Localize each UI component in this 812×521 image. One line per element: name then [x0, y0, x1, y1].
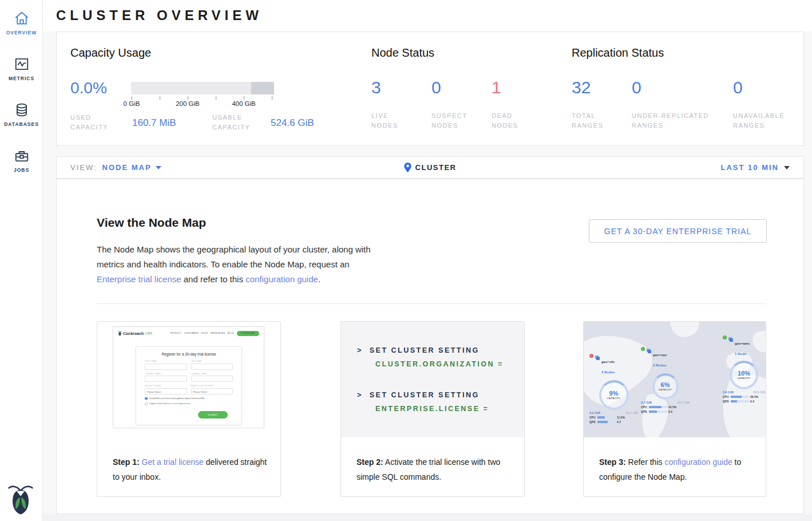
- sidebar-item-metrics[interactable]: METRICS: [0, 56, 43, 81]
- get-trial-license-link[interactable]: Get a trial license: [142, 457, 204, 467]
- main-content: CLUSTER OVERVIEW Capacity Usage 0.0% 0 G…: [43, 0, 812, 521]
- briefcase-icon: [14, 148, 30, 164]
- step-label: Step 1:: [113, 457, 140, 467]
- chevron-down-icon: [784, 166, 790, 169]
- capacity-bar-reserved-segment: [251, 82, 274, 94]
- node-status-title: Node Status: [371, 46, 434, 60]
- field-label: FIRST NAME: [145, 360, 187, 362]
- nav-item: RESOURCES: [211, 332, 225, 334]
- code-line: > SET CLUSTER SETTING: [357, 346, 480, 354]
- brand-name: Cockroach: [123, 331, 144, 336]
- step-3-caption: Step 3: Refer this configuration guide t…: [599, 455, 760, 484]
- used-capacity-value: 160.7 MiB: [132, 117, 176, 129]
- time-range-dropdown[interactable]: LAST 10 MIN: [721, 157, 790, 178]
- dead-nodes-value: 1: [492, 78, 501, 97]
- node-map-description: The Node Map shows the geographical layo…: [97, 242, 371, 287]
- unavailable-ranges-label: UNAVAILABLE RANGES: [733, 111, 785, 131]
- total-ranges-value: 32: [572, 78, 591, 97]
- checkbox-unchecked: [145, 402, 148, 405]
- location-pin-icon: [404, 163, 411, 172]
- nav-item: PRODUCT: [170, 332, 181, 334]
- sql-code-block: > SET CLUSTER SETTING CLUSTER.ORGANIZATI…: [341, 322, 524, 437]
- checkbox-label: I would like to receive email updates ab…: [149, 397, 205, 400]
- code-line: CLUSTER.ORGANIZATION =: [375, 360, 504, 368]
- select-input: Please Select: [145, 388, 187, 394]
- dead-nodes-label: DEAD NODES: [492, 111, 518, 131]
- locality-nodes: 2 Nodes: [653, 364, 666, 367]
- live-nodes-value: 3: [371, 78, 381, 97]
- nodes-icon: [728, 337, 734, 342]
- enterprise-trial-button[interactable]: GET A 30-DAY ENTERPRISE TRIAL: [589, 219, 767, 243]
- sidebar-item-databases[interactable]: DATABASES: [0, 102, 43, 127]
- live-status-icon: ✓: [641, 347, 645, 351]
- capacity-usage-title: Capacity Usage: [70, 46, 151, 60]
- sidebar: OVERVIEW METRICS DATABASES: [0, 0, 43, 521]
- axis-tick: [216, 96, 216, 100]
- locality-sfo: ! geo=sfo2 Nodes 9% CAPACITY 3.2 GiB33.1…: [589, 355, 638, 424]
- step-text: Refer this: [626, 457, 665, 467]
- axis-tick-label: 0 GiB: [124, 100, 140, 107]
- code-line: ENTERPRISE.LICENSE =: [375, 405, 489, 413]
- form-title: Register for a 30-day trial license: [136, 352, 241, 356]
- step-label: Step 3:: [599, 457, 626, 467]
- locality-name: geo=nyc: [653, 353, 667, 357]
- home-icon: [14, 10, 30, 26]
- nodes-icon: [646, 348, 652, 354]
- register-page-screenshot: Cockroach LABS PRODUCT CUSTOMERS DOCS RE…: [113, 326, 264, 428]
- field-label: LAST NAME: [191, 360, 233, 362]
- locality-name: geo=ams: [735, 342, 750, 345]
- under-replicated-ranges-value: 0: [632, 78, 641, 97]
- breadcrumb-cluster[interactable]: CLUSTER: [415, 163, 457, 172]
- cockroach-labs-wordmark: Cockroach LABS: [118, 330, 152, 336]
- text-input: [191, 364, 233, 370]
- sidebar-item-label: DATABASES: [0, 121, 43, 127]
- submit-button: SUBMIT: [198, 411, 228, 419]
- sidebar-item-jobs[interactable]: JOBS: [0, 148, 43, 173]
- capacity-label: CAPACITY: [659, 388, 672, 391]
- cluster-summary-card: Capacity Usage 0.0% 0 GiB 200 GiB 400 Gi…: [56, 31, 804, 146]
- time-range-value: LAST 10 MIN: [721, 163, 779, 172]
- suspect-nodes-value: 0: [431, 78, 441, 97]
- usable-capacity-value: 524.6 GiB: [271, 117, 314, 129]
- select-input: Please Select: [191, 388, 233, 394]
- total-ranges-label: TOTAL RANGES: [572, 111, 603, 131]
- checkbox-checked: [145, 397, 148, 400]
- field-label: PROJECT PHASE: [145, 385, 187, 387]
- usable-capacity-label: USABLE CAPACITY: [212, 113, 250, 132]
- capacity-bar-chart: [131, 82, 274, 94]
- live-nodes-label: LIVE NODES: [371, 111, 398, 131]
- enterprise-trial-license-link[interactable]: Enterprise trial license: [97, 274, 181, 284]
- locality-nyc: ✓ geo=nyc2 Nodes 6% CAPACITY 3.7 GiB43.7…: [641, 348, 690, 413]
- locality-nodes: 2 Nodes: [601, 370, 615, 374]
- page-footer-strip: [43, 514, 812, 521]
- page-header: CLUSTER OVERVIEW: [43, 0, 812, 31]
- step-card-3: ! geo=sfo2 Nodes 9% CAPACITY 3.2 GiB33.1…: [583, 321, 766, 497]
- axis-tick: [132, 96, 132, 100]
- suspect-nodes-label: SUSPECT NODES: [431, 111, 467, 131]
- capacity-percent: 10%: [738, 370, 750, 377]
- nav-item: BLOG: [228, 332, 234, 334]
- configuration-guide-link[interactable]: configuration guide: [664, 457, 732, 467]
- node-map-heading: View the Node Map: [97, 216, 206, 230]
- capacity-ring: 6% CAPACITY: [652, 373, 679, 400]
- sidebar-item-overview[interactable]: OVERVIEW: [0, 10, 43, 35]
- nodes-icon: [595, 355, 600, 361]
- text-input: [145, 376, 187, 382]
- sidebar-item-label: METRICS: [0, 76, 43, 81]
- configuration-guide-link[interactable]: configuration guide: [245, 274, 318, 284]
- axis-tick: [160, 96, 160, 100]
- checkbox-label: I agree to the Software License Agreemen…: [149, 402, 191, 405]
- brand-suffix: LABS: [145, 331, 152, 335]
- description-text: .: [318, 274, 320, 284]
- mini-nav: PRODUCT CUSTOMERS DOCS RESOURCES BLOG DO…: [170, 331, 259, 336]
- sidebar-item-label: OVERVIEW: [0, 30, 43, 35]
- step-1-caption: Step 1: Get a trial license delivered st…: [113, 455, 274, 484]
- step-2-caption: Step 2: Activate the trial license with …: [357, 455, 518, 484]
- description-line: The Node Map shows the geographical layo…: [97, 242, 371, 257]
- unavailable-ranges-value: 0: [733, 78, 743, 97]
- sidebar-item-label: JOBS: [0, 167, 43, 173]
- node-map-panel: View the Node Map The Node Map shows the…: [56, 179, 804, 514]
- description-text: and refer to this: [181, 274, 246, 284]
- axis-tick: [244, 96, 244, 100]
- step-label: Step 2:: [357, 457, 383, 467]
